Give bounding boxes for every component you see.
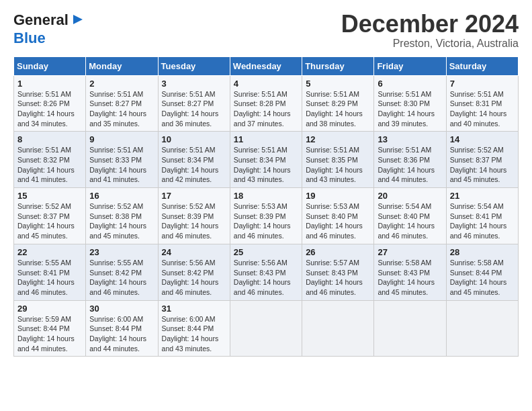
- month-title: December 2024: [341, 11, 519, 38]
- day-number: 30: [89, 304, 154, 314]
- day-number: 9: [89, 134, 154, 144]
- day-number: 11: [234, 134, 298, 144]
- svg-marker-0: [73, 15, 83, 24]
- day-number: 10: [162, 134, 226, 144]
- day-number: 25: [234, 247, 298, 257]
- day-number: 8: [17, 134, 82, 144]
- calendar-week-row: 1Sunrise: 5:51 AMSunset: 8:26 PMDaylight…: [14, 75, 519, 132]
- table-row: 21Sunrise: 5:54 AMSunset: 8:41 PMDayligh…: [446, 188, 518, 244]
- day-number: 29: [17, 304, 82, 314]
- table-row: 9Sunrise: 5:51 AMSunset: 8:33 PMDaylight…: [86, 132, 158, 188]
- table-row: 18Sunrise: 5:53 AMSunset: 8:39 PMDayligh…: [230, 188, 302, 244]
- day-number: 23: [89, 247, 154, 257]
- day-info: Sunrise: 5:58 AMSunset: 8:43 PMDaylight:…: [378, 259, 435, 296]
- table-row: 2Sunrise: 5:51 AMSunset: 8:27 PMDaylight…: [86, 75, 158, 132]
- table-row: 20Sunrise: 5:54 AMSunset: 8:40 PMDayligh…: [374, 188, 446, 244]
- col-monday: Monday: [86, 56, 158, 75]
- day-number: 24: [162, 247, 226, 257]
- logo-blue: Blue: [13, 30, 46, 47]
- day-info: Sunrise: 5:51 AMSunset: 8:30 PMDaylight:…: [378, 90, 435, 128]
- day-info: Sunrise: 5:55 AMSunset: 8:42 PMDaylight:…: [89, 259, 146, 296]
- table-row: 12Sunrise: 5:51 AMSunset: 8:35 PMDayligh…: [302, 132, 374, 188]
- day-info: Sunrise: 5:51 AMSunset: 8:29 PMDaylight:…: [306, 90, 363, 128]
- day-number: 31: [162, 304, 226, 314]
- table-row: 27Sunrise: 5:58 AMSunset: 8:43 PMDayligh…: [374, 244, 446, 300]
- day-info: Sunrise: 5:52 AMSunset: 8:38 PMDaylight:…: [89, 202, 146, 240]
- day-number: 1: [17, 79, 82, 89]
- day-info: Sunrise: 5:55 AMSunset: 8:41 PMDaylight:…: [17, 259, 75, 296]
- day-number: 21: [450, 191, 515, 201]
- table-row: 13Sunrise: 5:51 AMSunset: 8:36 PMDayligh…: [374, 132, 446, 188]
- day-info: Sunrise: 5:52 AMSunset: 8:39 PMDaylight:…: [162, 202, 219, 240]
- day-number: 18: [234, 191, 298, 201]
- table-row: 5Sunrise: 5:51 AMSunset: 8:29 PMDaylight…: [302, 75, 374, 132]
- day-info: Sunrise: 5:51 AMSunset: 8:31 PMDaylight:…: [450, 90, 507, 128]
- calendar-header-row: Sunday Monday Tuesday Wednesday Thursday…: [14, 56, 519, 75]
- day-number: 14: [450, 134, 515, 144]
- day-info: Sunrise: 5:51 AMSunset: 8:35 PMDaylight:…: [306, 146, 363, 183]
- logo: General Blue: [13, 11, 85, 47]
- day-info: Sunrise: 5:57 AMSunset: 8:43 PMDaylight:…: [306, 259, 363, 296]
- day-number: 22: [17, 247, 82, 257]
- day-info: Sunrise: 5:52 AMSunset: 8:37 PMDaylight:…: [450, 146, 507, 183]
- table-row: 30Sunrise: 6:00 AMSunset: 8:44 PMDayligh…: [86, 300, 158, 357]
- calendar-week-row: 22Sunrise: 5:55 AMSunset: 8:41 PMDayligh…: [14, 244, 519, 300]
- table-row: 16Sunrise: 5:52 AMSunset: 8:38 PMDayligh…: [86, 188, 158, 244]
- table-row: 1Sunrise: 5:51 AMSunset: 8:26 PMDaylight…: [14, 75, 86, 132]
- location-title: Preston, Victoria, Australia: [341, 38, 519, 50]
- table-row: 26Sunrise: 5:57 AMSunset: 8:43 PMDayligh…: [302, 244, 374, 300]
- day-number: 28: [450, 247, 515, 257]
- table-row: 31Sunrise: 6:00 AMSunset: 8:44 PMDayligh…: [158, 300, 230, 357]
- day-number: 27: [378, 247, 442, 257]
- day-number: 3: [162, 79, 226, 89]
- col-sunday: Sunday: [14, 56, 86, 75]
- table-row: [374, 300, 446, 357]
- table-row: 4Sunrise: 5:51 AMSunset: 8:28 PMDaylight…: [230, 75, 302, 132]
- title-block: December 2024 Preston, Victoria, Austral…: [341, 11, 519, 50]
- day-info: Sunrise: 5:54 AMSunset: 8:40 PMDaylight:…: [378, 202, 435, 240]
- day-info: Sunrise: 6:00 AMSunset: 8:44 PMDaylight:…: [162, 315, 219, 353]
- col-tuesday: Tuesday: [158, 56, 230, 75]
- day-info: Sunrise: 5:51 AMSunset: 8:33 PMDaylight:…: [89, 146, 146, 183]
- col-saturday: Saturday: [446, 56, 518, 75]
- day-info: Sunrise: 5:56 AMSunset: 8:43 PMDaylight:…: [234, 259, 291, 296]
- day-number: 12: [306, 134, 370, 144]
- table-row: 29Sunrise: 5:59 AMSunset: 8:44 PMDayligh…: [14, 300, 86, 357]
- day-info: Sunrise: 5:53 AMSunset: 8:40 PMDaylight:…: [306, 202, 363, 240]
- table-row: 17Sunrise: 5:52 AMSunset: 8:39 PMDayligh…: [158, 188, 230, 244]
- day-number: 19: [306, 191, 370, 201]
- table-row: 28Sunrise: 5:58 AMSunset: 8:44 PMDayligh…: [446, 244, 518, 300]
- day-info: Sunrise: 5:53 AMSunset: 8:39 PMDaylight:…: [234, 202, 291, 240]
- day-number: 13: [378, 134, 442, 144]
- day-number: 5: [306, 79, 370, 89]
- header: General Blue December 2024 Preston, Vict…: [13, 11, 519, 50]
- logo-arrow-icon: [71, 12, 85, 27]
- calendar-week-row: 15Sunrise: 5:52 AMSunset: 8:37 PMDayligh…: [14, 188, 519, 244]
- table-row: [230, 300, 302, 357]
- table-row: 6Sunrise: 5:51 AMSunset: 8:30 PMDaylight…: [374, 75, 446, 132]
- page: General Blue December 2024 Preston, Vict…: [0, 0, 532, 411]
- day-info: Sunrise: 5:51 AMSunset: 8:36 PMDaylight:…: [378, 146, 435, 183]
- table-row: 19Sunrise: 5:53 AMSunset: 8:40 PMDayligh…: [302, 188, 374, 244]
- day-number: 17: [162, 191, 226, 201]
- table-row: 24Sunrise: 5:56 AMSunset: 8:42 PMDayligh…: [158, 244, 230, 300]
- calendar-week-row: 29Sunrise: 5:59 AMSunset: 8:44 PMDayligh…: [14, 300, 519, 357]
- day-info: Sunrise: 6:00 AMSunset: 8:44 PMDaylight:…: [89, 315, 146, 353]
- table-row: [446, 300, 518, 357]
- day-number: 7: [450, 79, 515, 89]
- day-number: 16: [89, 191, 154, 201]
- day-info: Sunrise: 5:56 AMSunset: 8:42 PMDaylight:…: [162, 259, 219, 296]
- day-info: Sunrise: 5:58 AMSunset: 8:44 PMDaylight:…: [450, 259, 507, 296]
- day-info: Sunrise: 5:59 AMSunset: 8:44 PMDaylight:…: [17, 315, 75, 353]
- day-info: Sunrise: 5:51 AMSunset: 8:27 PMDaylight:…: [89, 90, 146, 128]
- day-number: 2: [89, 79, 154, 89]
- day-info: Sunrise: 5:51 AMSunset: 8:32 PMDaylight:…: [17, 146, 75, 183]
- calendar-table: Sunday Monday Tuesday Wednesday Thursday…: [13, 56, 519, 357]
- day-number: 26: [306, 247, 370, 257]
- table-row: 8Sunrise: 5:51 AMSunset: 8:32 PMDaylight…: [14, 132, 86, 188]
- day-info: Sunrise: 5:52 AMSunset: 8:37 PMDaylight:…: [17, 202, 75, 240]
- day-number: 15: [17, 191, 82, 201]
- table-row: 10Sunrise: 5:51 AMSunset: 8:34 PMDayligh…: [158, 132, 230, 188]
- day-info: Sunrise: 5:51 AMSunset: 8:28 PMDaylight:…: [234, 90, 291, 128]
- table-row: 23Sunrise: 5:55 AMSunset: 8:42 PMDayligh…: [86, 244, 158, 300]
